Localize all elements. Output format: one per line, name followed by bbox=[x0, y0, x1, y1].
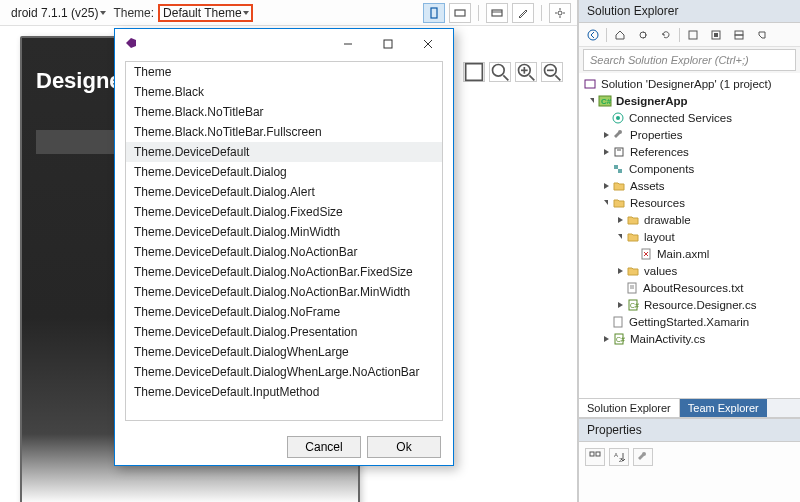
properties-button[interactable] bbox=[729, 26, 749, 44]
zoom-100-button[interactable] bbox=[489, 62, 511, 82]
folder-icon bbox=[626, 264, 640, 278]
svg-rect-23 bbox=[735, 31, 743, 35]
alphabetical-button[interactable]: AZ bbox=[609, 448, 629, 466]
ok-button[interactable]: Ok bbox=[367, 436, 441, 458]
svg-text:A: A bbox=[614, 452, 618, 458]
zoom-in-button[interactable] bbox=[515, 62, 537, 82]
maximize-button[interactable] bbox=[371, 32, 405, 56]
theme-option[interactable]: Theme.DeviceDefault.Dialog.NoActionBar bbox=[126, 242, 442, 262]
text-file-icon bbox=[625, 281, 639, 295]
collapse-button[interactable] bbox=[683, 26, 703, 44]
search-input[interactable]: Search Solution Explorer (Ctrl+;) bbox=[583, 49, 796, 71]
device-dropdown[interactable]: droid 7.1.1 (v25) bbox=[6, 4, 109, 22]
theme-option[interactable]: Theme.Black.NoTitleBar.Fullscreen bbox=[126, 122, 442, 142]
minimize-button[interactable] bbox=[331, 32, 365, 56]
theme-option[interactable]: Theme.DeviceDefault.Dialog.Presentation bbox=[126, 322, 442, 342]
back-button[interactable] bbox=[583, 26, 603, 44]
svg-point-29 bbox=[616, 116, 620, 120]
theme-option[interactable]: Theme.DeviceDefault.Dialog bbox=[126, 162, 442, 182]
tree-node[interactable]: Connected Services bbox=[579, 109, 800, 126]
tree-node[interactable]: Assets bbox=[579, 177, 800, 194]
svg-text:C#: C# bbox=[630, 302, 639, 309]
tree-node[interactable]: References bbox=[579, 143, 800, 160]
tree-node[interactable]: drawable bbox=[579, 211, 800, 228]
connected-services-icon bbox=[611, 111, 625, 125]
action-bar-button[interactable] bbox=[486, 3, 508, 23]
cancel-button[interactable]: Cancel bbox=[287, 436, 361, 458]
categorize-button[interactable] bbox=[585, 448, 605, 466]
components-icon bbox=[611, 162, 625, 176]
theme-option[interactable]: Theme.Black bbox=[126, 82, 442, 102]
svg-rect-33 bbox=[618, 169, 622, 173]
folder-icon bbox=[612, 196, 626, 210]
orientation-portrait-button[interactable] bbox=[423, 3, 445, 23]
svg-rect-44 bbox=[596, 452, 600, 456]
theme-option[interactable]: Theme.DeviceDefault.Dialog.MinWidth bbox=[126, 222, 442, 242]
theme-option[interactable]: Theme.Black.NoTitleBar bbox=[126, 102, 442, 122]
theme-option[interactable]: Theme.DeviceDefault.Dialog.Alert bbox=[126, 182, 442, 202]
theme-dropdown[interactable]: Default Theme bbox=[158, 4, 253, 22]
solution-explorer-title: Solution Explorer bbox=[579, 0, 800, 23]
solution-tree[interactable]: Solution 'DesignerApp' (1 project) C#Des… bbox=[579, 73, 800, 398]
sync-button[interactable] bbox=[633, 26, 653, 44]
settings-button[interactable] bbox=[549, 3, 571, 23]
theme-option[interactable]: Theme.DeviceDefault.DialogWhenLarge bbox=[126, 342, 442, 362]
zoom-out-button[interactable] bbox=[541, 62, 563, 82]
theme-option[interactable]: Theme.DeviceDefault.InputMethod bbox=[126, 382, 442, 402]
tree-node[interactable]: Components bbox=[579, 160, 800, 177]
tree-node[interactable]: values bbox=[579, 262, 800, 279]
svg-rect-32 bbox=[614, 165, 618, 169]
theme-picker-dialog: ThemeTheme.BlackTheme.Black.NoTitleBarTh… bbox=[114, 28, 454, 466]
wrench-button[interactable] bbox=[633, 448, 653, 466]
svg-point-4 bbox=[558, 11, 562, 15]
csharp-file-icon: C# bbox=[626, 298, 640, 312]
folder-icon bbox=[626, 213, 640, 227]
svg-rect-30 bbox=[615, 148, 623, 156]
show-all-button[interactable] bbox=[706, 26, 726, 44]
tree-node[interactable]: Resources bbox=[579, 194, 800, 211]
tree-node[interactable]: Properties bbox=[579, 126, 800, 143]
theme-option[interactable]: Theme.DeviceDefault.Dialog.NoFrame bbox=[126, 302, 442, 322]
project-node[interactable]: C#DesignerApp bbox=[579, 92, 800, 109]
theme-option[interactable]: Theme.DeviceDefault.Dialog.NoActionBar.M… bbox=[126, 282, 442, 302]
tree-node[interactable]: layout bbox=[579, 228, 800, 245]
tree-node[interactable]: GettingStarted.Xamarin bbox=[579, 313, 800, 330]
theme-option[interactable]: Theme.DeviceDefault.Dialog.FixedSize bbox=[126, 202, 442, 222]
svg-rect-20 bbox=[689, 31, 697, 39]
svg-rect-5 bbox=[466, 64, 483, 81]
svg-text:C#: C# bbox=[601, 97, 612, 106]
wrench-icon bbox=[612, 128, 626, 142]
vs-logo-icon bbox=[123, 35, 139, 54]
solution-node[interactable]: Solution 'DesignerApp' (1 project) bbox=[579, 75, 800, 92]
tree-node[interactable]: AboutResources.txt bbox=[579, 279, 800, 296]
theme-option[interactable]: Theme.DeviceDefault.Dialog.NoActionBar.F… bbox=[126, 262, 442, 282]
csharp-project-icon: C# bbox=[598, 94, 612, 108]
svg-line-13 bbox=[555, 75, 560, 80]
theme-list[interactable]: ThemeTheme.BlackTheme.Black.NoTitleBarTh… bbox=[125, 61, 443, 421]
theme-option[interactable]: Theme.DeviceDefault bbox=[126, 142, 442, 162]
folder-icon bbox=[626, 230, 640, 244]
tree-node[interactable]: Main.axml bbox=[579, 245, 800, 262]
zoom-fit-button[interactable] bbox=[463, 62, 485, 82]
close-button[interactable] bbox=[411, 32, 445, 56]
tree-node[interactable]: C#MainActivity.cs bbox=[579, 330, 800, 347]
axml-file-icon bbox=[639, 247, 653, 261]
tab-team-explorer[interactable]: Team Explorer bbox=[680, 399, 767, 417]
orientation-landscape-button[interactable] bbox=[449, 3, 471, 23]
solution-icon bbox=[583, 77, 597, 91]
preview-button[interactable] bbox=[752, 26, 772, 44]
svg-line-9 bbox=[529, 75, 534, 80]
svg-rect-2 bbox=[492, 10, 502, 16]
home-button[interactable] bbox=[610, 26, 630, 44]
svg-rect-25 bbox=[585, 80, 595, 88]
refresh-button[interactable] bbox=[656, 26, 676, 44]
theme-option[interactable]: Theme bbox=[126, 62, 442, 82]
svg-line-7 bbox=[503, 75, 508, 80]
solution-explorer-toolbar bbox=[579, 23, 800, 47]
svg-rect-40 bbox=[614, 317, 622, 327]
theme-option[interactable]: Theme.DeviceDefault.DialogWhenLarge.NoAc… bbox=[126, 362, 442, 382]
csharp-file-icon: C# bbox=[612, 332, 626, 346]
tab-solution-explorer[interactable]: Solution Explorer bbox=[579, 399, 680, 417]
edit-button[interactable] bbox=[512, 3, 534, 23]
tree-node[interactable]: C#Resource.Designer.cs bbox=[579, 296, 800, 313]
